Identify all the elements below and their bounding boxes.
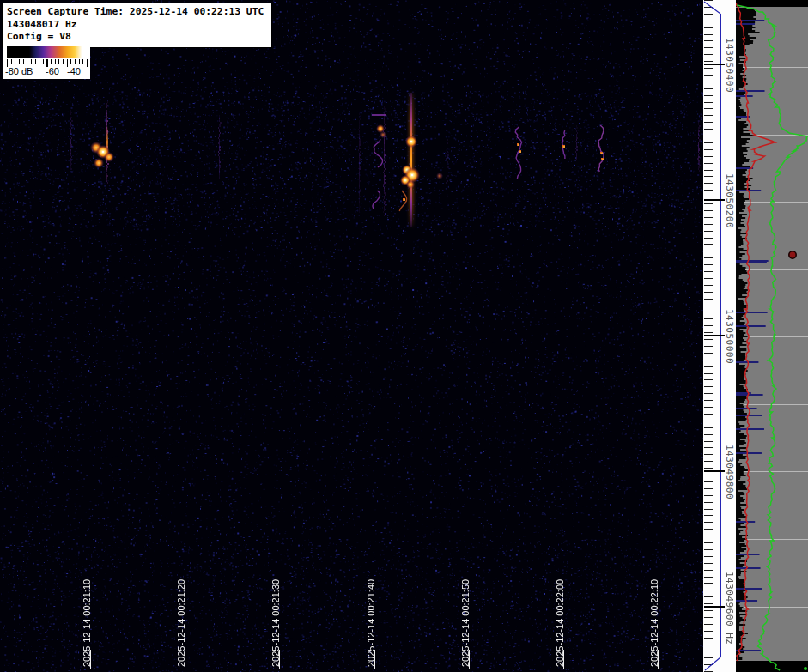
capture-info-box: Screen Capture Time: 2025-12-14 00:22:13… [2,3,272,48]
frequency-label-text: 143049600 Hz [724,572,735,645]
spectrogram-waterfall[interactable] [0,0,703,672]
time-label-text: 2025-12-14 00:21:30 [270,579,281,667]
time-axis-label: 2025-12-14 00:21:00 [0,560,9,672]
colorbar-label-max: -40 [67,66,81,76]
time-axis-label: 2025-12-14 00:21:20 [185,560,198,672]
frequency-major-tick [704,470,725,472]
spectrum-lab-window: 2025-12-14 00:21:00 2025-12-14 00:21:10 … [0,0,808,672]
live-spectrum-panel[interactable] [736,0,808,672]
time-label-text: 2025-12-14 00:22:00 [555,579,565,667]
frequency-major-tick [704,606,725,608]
frequency-major-tick [704,335,725,336]
frequency-label-text: 143049800 [724,445,735,499]
time-axis-label: 2025-12-14 00:21:40 [374,560,388,672]
frequency-label-text: 143050000 [724,309,735,364]
frequency-major-tick [704,64,725,65]
colorbar-gradient [7,46,87,58]
frequency-label-text: 143050400 [724,38,735,93]
colorbar-label-mid: -60 [46,66,59,76]
time-label-text: 2025-12-14 00:21:40 [366,579,376,667]
capture-time-text: Screen Capture Time: 2025-12-14 00:22:13… [7,6,266,19]
frequency-label-text: 143050200 [724,173,735,228]
time-label-text: 2025-12-14 00:21:10 [82,579,92,667]
time-label-text: 2025-12-14 00:21:20 [176,579,186,667]
time-axis-label: 2025-12-14 00:21:50 [469,560,483,672]
colorbar-label-min: -80 dB [5,66,33,76]
intensity-colorbar: -80 dB -60 -40 [3,45,90,79]
frequency-major-tick [704,199,725,201]
time-axis-label: 2025-12-14 00:21:30 [279,560,293,672]
time-axis-label: 2025-12-14 00:22:10 [658,560,671,672]
frequency-text: 143048017 Hz [7,19,266,32]
time-axis-label: 2025-12-14 00:21:10 [90,560,104,672]
time-label-text: 2025-12-14 00:22:10 [649,579,659,667]
time-axis-label: 2025-12-14 00:22:00 [563,560,577,672]
time-label-text: 2025-12-14 00:21:50 [460,579,471,667]
config-text: Config = V8 [7,31,266,44]
